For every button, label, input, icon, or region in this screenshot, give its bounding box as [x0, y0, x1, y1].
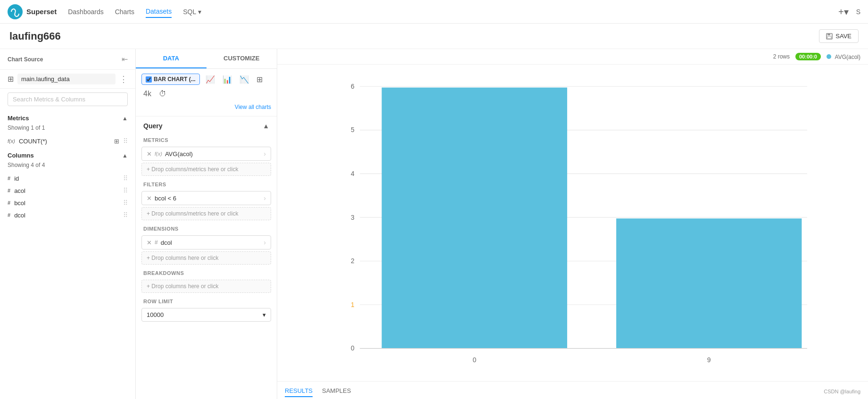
more-chart-icon[interactable]: ⏱ [157, 89, 168, 99]
filter-bcol-name: bcol < 6 [155, 195, 261, 202]
columns-chevron-icon: ▲ [122, 152, 128, 159]
metric-item[interactable]: f(x) COUNT(*) ⊞ ⠿ [0, 135, 135, 147]
filter-expand-icon[interactable]: › [264, 194, 266, 202]
query-collapse-button[interactable]: ▲ [263, 122, 269, 130]
dimension-dcol-item[interactable]: ✕ # dcol › [141, 235, 271, 249]
svg-text:0: 0 [472, 356, 476, 364]
area-chart-icon[interactable]: 📉 [238, 74, 251, 85]
metrics-avg-item[interactable]: ✕ f(x) AVG(acol) › [141, 147, 271, 161]
chart-credit: CSDN @laufing [824, 389, 860, 394]
metrics-drop-zone[interactable]: + Drop columns/metrics here or click [141, 163, 271, 176]
dimension-expand-icon[interactable]: › [264, 239, 266, 246]
metric-name: COUNT(*) [19, 138, 110, 145]
metric-expand-icon[interactable]: › [264, 150, 266, 158]
filter-bcol-item[interactable]: ✕ bcol < 6 › [141, 191, 271, 205]
metrics-section-header[interactable]: Metrics ▲ [0, 110, 135, 124]
chart-source-label: Chart Source [8, 56, 43, 63]
panel-tabs: DATA CUSTOMIZE [136, 49, 277, 69]
dimension-dcol-name: dcol [161, 239, 261, 246]
chart-bottom-tabs: RESULTS SAMPLES CSDN @laufing [277, 381, 868, 399]
col-type-acol: # [8, 188, 10, 193]
dataset-more-button[interactable]: ⋮ [119, 74, 128, 84]
col-drag-id[interactable]: ⠿ [123, 175, 128, 182]
sidebar: Chart Source ⇤ ⊞ main.laufing_data ⋮ Met… [0, 49, 136, 399]
svg-text:1: 1 [351, 301, 355, 308]
page-title: laufing666 [9, 30, 61, 42]
metric-drag-handle[interactable]: ⠿ [123, 137, 128, 145]
tab-samples[interactable]: SAMPLES [322, 385, 351, 397]
rows-badge: 2 rows [773, 53, 790, 60]
col-drag-bcol[interactable]: ⠿ [123, 199, 128, 207]
page-header: laufing666 SAVE [0, 24, 868, 49]
add-button[interactable]: +▾ [838, 6, 849, 17]
metrics-chevron-icon: ▲ [122, 115, 128, 122]
chart-type-badge[interactable]: BAR CHART (... [141, 74, 200, 85]
svg-text:2: 2 [351, 257, 355, 265]
col-drag-acol[interactable]: ⠿ [123, 187, 128, 194]
logo-icon [8, 4, 23, 19]
metric-formula-label: f(x) [155, 151, 162, 157]
nav-sql[interactable]: SQL ▾ [183, 6, 201, 17]
bar-2[interactable] [616, 218, 802, 348]
logo: Superset [8, 4, 57, 19]
filters-subsection-label: FILTERS [136, 178, 277, 189]
filter-remove-button[interactable]: ✕ [147, 195, 152, 202]
metrics-subsection-label: METRICS [136, 133, 277, 145]
search-nav-button[interactable]: S [856, 8, 860, 16]
tab-data[interactable]: DATA [136, 49, 207, 68]
query-section: Query ▲ METRICS ✕ f(x) AVG(acol) › + Dro… [136, 116, 277, 399]
legend-dot-icon [827, 54, 831, 59]
dimensions-drop-zone[interactable]: + Drop columns here or click [141, 251, 271, 265]
chart-area: 2 rows 00:00:0 AVG(acol) 0 1 2 [277, 49, 868, 399]
columns-section-header[interactable]: Columns ▲ [0, 147, 135, 161]
row-limit-select[interactable]: 10000 ▾ [141, 308, 271, 322]
svg-text:9: 9 [707, 356, 711, 364]
columns-title: Columns [8, 152, 34, 159]
nav-right: +▾ S [838, 6, 860, 17]
svg-text:0: 0 [351, 344, 355, 352]
nav-dashboards[interactable]: Dashboards [68, 6, 104, 17]
breakdowns-subsection-label: BREAKDOWNS [136, 266, 277, 278]
chart-svg: 0 1 2 3 4 5 6 0 9 [277, 65, 868, 381]
nav-charts[interactable]: Charts [115, 6, 134, 17]
col-drag-dcol[interactable]: ⠿ [123, 211, 128, 219]
chart-type-checkbox[interactable] [146, 76, 152, 83]
tab-customize[interactable]: CUSTOMIZE [207, 49, 277, 68]
dimension-remove-button[interactable]: ✕ [147, 239, 152, 246]
search-input[interactable] [8, 92, 128, 106]
logo-text: Superset [26, 8, 57, 16]
search-box [0, 89, 135, 110]
breakdowns-drop-zone[interactable]: + Drop columns here or click [141, 280, 271, 293]
dataset-name: main.laufing_data [17, 74, 116, 84]
metric-table-icon: ⊞ [114, 138, 119, 145]
bar-1[interactable] [382, 88, 567, 349]
tab-results[interactable]: RESULTS [285, 385, 313, 397]
col-type-id: # [8, 175, 10, 181]
column-item-bcol[interactable]: # bcol ⠿ [0, 197, 135, 209]
line-chart-icon[interactable]: 📈 [204, 74, 217, 85]
filters-drop-zone[interactable]: + Drop columns/metrics here or click [141, 207, 271, 220]
nav-datasets[interactable]: Datasets [146, 6, 172, 18]
view-all-charts-link[interactable]: View all charts [141, 103, 271, 111]
dimension-type-icon: # [155, 239, 158, 246]
bar-chart-icon[interactable]: 📊 [221, 74, 234, 85]
sidebar-header: Chart Source ⇤ [0, 49, 135, 70]
dimensions-subsection-label: DIMENSIONS [136, 222, 277, 233]
save-button[interactable]: SAVE [819, 29, 859, 43]
columns-count: Showing 4 of 4 [0, 161, 135, 172]
top-nav: Superset Dashboards Charts Datasets SQL … [0, 0, 868, 24]
table-chart-icon[interactable]: ⊞ [255, 74, 265, 85]
column-item-id[interactable]: # id ⠿ [0, 172, 135, 184]
sidebar-collapse-button[interactable]: ⇤ [122, 55, 128, 64]
grid-icon: ⊞ [8, 75, 14, 83]
metrics-remove-button[interactable]: ✕ [147, 150, 152, 158]
svg-rect-3 [827, 36, 831, 39]
chart-selector: BAR CHART (... 📈 📊 📉 ⊞ 4k ⏱ View all cha… [136, 69, 277, 116]
time-badge: 00:00:0 [795, 53, 821, 60]
column-item-dcol[interactable]: # dcol ⠿ [0, 209, 135, 221]
legend-label: AVG(acol) [835, 54, 860, 60]
number-chart-icon[interactable]: 4k [141, 89, 153, 99]
metric-avg-name: AVG(acol) [165, 150, 261, 158]
chart-canvas: 0 1 2 3 4 5 6 0 9 [277, 65, 868, 381]
column-item-acol[interactable]: # acol ⠿ [0, 184, 135, 197]
